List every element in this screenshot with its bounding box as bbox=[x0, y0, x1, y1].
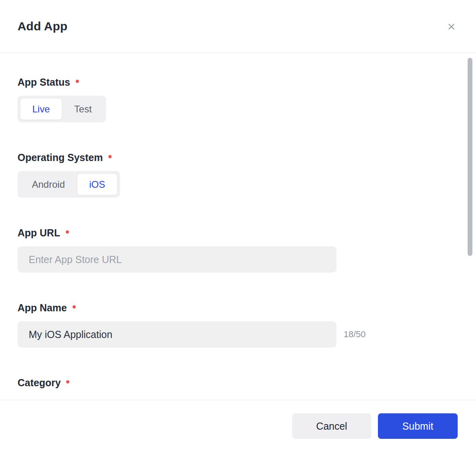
required-dot bbox=[73, 305, 76, 309]
add-app-modal: Add App × App Status Live Test Operating… bbox=[0, 0, 476, 452]
app-status-option-live[interactable]: Live bbox=[20, 98, 62, 120]
required-dot bbox=[108, 155, 112, 158]
app-url-label: App URL bbox=[18, 227, 458, 239]
os-option-ios[interactable]: iOS bbox=[77, 173, 118, 195]
app-name-input-row: 18/50 bbox=[18, 321, 458, 348]
app-status-toggle: Live Test bbox=[18, 96, 106, 122]
field-operating-system: Operating System Android iOS bbox=[18, 152, 458, 198]
required-dot bbox=[66, 230, 69, 234]
app-status-option-test[interactable]: Test bbox=[62, 98, 104, 120]
modal-title: Add App bbox=[18, 20, 67, 33]
required-dot bbox=[66, 380, 69, 383]
os-option-android[interactable]: Android bbox=[20, 173, 77, 195]
app-status-label: App Status bbox=[18, 77, 458, 88]
field-category: Category bbox=[18, 377, 458, 389]
scrollbar-thumb[interactable] bbox=[468, 58, 472, 256]
field-app-name: App Name 18/50 bbox=[18, 302, 458, 348]
close-icon: × bbox=[447, 19, 455, 34]
operating-system-label: Operating System bbox=[18, 152, 458, 163]
modal-footer: Cancel Submit bbox=[0, 400, 476, 452]
cancel-button[interactable]: Cancel bbox=[292, 413, 371, 439]
submit-button[interactable]: Submit bbox=[378, 413, 458, 439]
operating-system-label-text: Operating System bbox=[18, 152, 103, 163]
modal-body: App Status Live Test Operating System An… bbox=[0, 53, 476, 400]
category-label-text: Category bbox=[18, 377, 61, 389]
app-name-label-text: App Name bbox=[18, 302, 67, 314]
app-url-input[interactable] bbox=[18, 246, 336, 273]
app-status-label-text: App Status bbox=[18, 77, 70, 88]
char-counter: 18/50 bbox=[344, 329, 366, 340]
field-app-url: App URL bbox=[18, 227, 458, 273]
category-label: Category bbox=[18, 377, 458, 389]
modal-header: Add App × bbox=[0, 0, 476, 53]
app-name-input[interactable] bbox=[18, 321, 336, 348]
close-button[interactable]: × bbox=[446, 18, 457, 35]
field-app-status: App Status Live Test bbox=[18, 77, 458, 122]
app-name-label: App Name bbox=[18, 302, 458, 314]
required-dot bbox=[76, 80, 79, 83]
app-url-label-text: App URL bbox=[18, 227, 60, 239]
operating-system-toggle: Android iOS bbox=[18, 171, 120, 198]
